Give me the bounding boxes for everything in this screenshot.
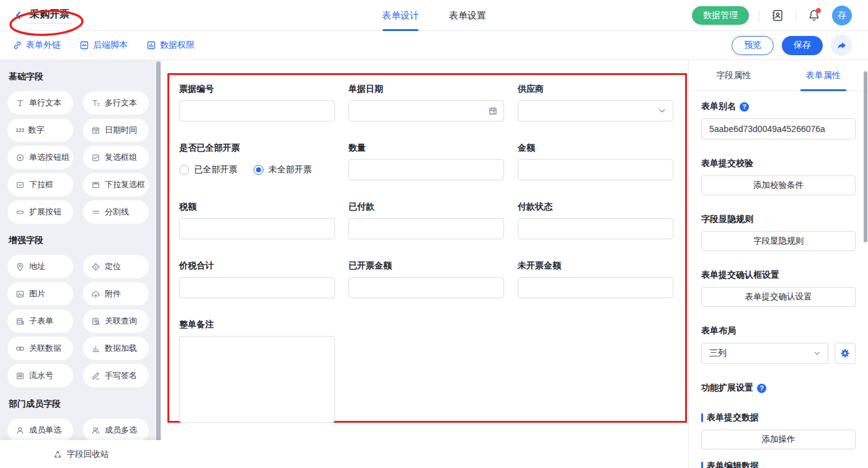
save-button[interactable]: 保存 bbox=[782, 36, 823, 55]
share-button[interactable] bbox=[831, 35, 852, 56]
header-tab-2[interactable]: 表单设置 bbox=[449, 0, 486, 31]
sidebar-item-复选框组[interactable]: 复选框组 bbox=[83, 146, 149, 169]
form-field-税额[interactable]: 税额 bbox=[179, 201, 335, 239]
sidebar-item-数据加载[interactable]: 数据加载 bbox=[83, 337, 149, 360]
text-input[interactable] bbox=[179, 218, 335, 239]
text-input[interactable] bbox=[348, 159, 504, 180]
text-input[interactable] bbox=[348, 277, 504, 298]
panel-button-添加校验条件[interactable]: 添加校验条件 bbox=[701, 175, 856, 195]
sidebar-item-地址[interactable]: 地址 bbox=[7, 255, 73, 278]
form-field-数量[interactable]: 数量 bbox=[348, 143, 504, 180]
form-field-票据编号[interactable]: 票据编号 bbox=[179, 84, 335, 121]
field-recycle-bin[interactable]: 字段回收站 bbox=[0, 440, 161, 468]
sidebar-item-label: 地址 bbox=[29, 261, 45, 272]
radio-circle[interactable] bbox=[254, 165, 264, 175]
panel-section-heading: 表单编辑数据 bbox=[701, 461, 856, 468]
data-manage-button[interactable]: 数据管理 bbox=[692, 6, 749, 25]
help-icon[interactable]: ? bbox=[757, 384, 766, 393]
sidebar-item-日期时间[interactable]: 日期时间 bbox=[83, 118, 149, 142]
sidebar-item-数字[interactable]: 123数字 bbox=[7, 118, 73, 142]
panel-tab-1[interactable]: 字段属性 bbox=[689, 60, 779, 91]
sidebar-item-成员多选[interactable]: 成员多选 bbox=[83, 418, 149, 442]
contact-book-icon[interactable] bbox=[769, 7, 786, 24]
layout-select[interactable]: 三列 bbox=[701, 343, 828, 364]
sidebar-items-grid: 单行文本多行文本123数字日期时间单选按钮组复选框组下拉框下拉复选框扩展按钮分割… bbox=[7, 91, 153, 224]
form-field-价税合计[interactable]: 价税合计 bbox=[179, 260, 335, 298]
panel-scrollbar[interactable] bbox=[864, 71, 867, 242]
form-alias-input[interactable] bbox=[701, 118, 856, 139]
sidebar-item-label: 数字 bbox=[29, 125, 45, 136]
form-field-整单备注[interactable]: 整单备注 bbox=[179, 319, 335, 425]
sidebar-scrollbar[interactable] bbox=[156, 61, 161, 468]
panel-button-字段显隐规则[interactable]: 字段显隐规则 bbox=[701, 231, 856, 251]
header-tab-1[interactable]: 表单设计 bbox=[382, 0, 419, 31]
form-design-canvas[interactable]: 票据编号单据日期供应商是否已全部开票已全部开票未全部开票数量金额税额已付款付款状… bbox=[161, 60, 688, 468]
signature-icon bbox=[91, 371, 100, 381]
panel-button-添加操作[interactable]: 添加操作 bbox=[701, 430, 856, 449]
sidebar-item-label: 图片 bbox=[29, 288, 45, 299]
sidebar-item-label: 附件 bbox=[105, 288, 121, 299]
form-field-已开票金额[interactable]: 已开票金额 bbox=[348, 260, 504, 298]
sidebar-item-关联查询[interactable]: 关联查询 bbox=[83, 309, 149, 333]
panel-button-表单提交确认设置[interactable]: 表单提交确认设置 bbox=[701, 287, 856, 307]
panel-section-表单编辑数据: 表单编辑数据添加操作 bbox=[701, 461, 856, 468]
sidebar-item-下拉框[interactable]: 下拉框 bbox=[7, 173, 73, 196]
sidebar-item-成员单选[interactable]: 成员单选 bbox=[7, 418, 73, 442]
preview-button[interactable]: 预览 bbox=[732, 36, 774, 55]
avatar[interactable]: 存 bbox=[832, 6, 852, 25]
text-input[interactable] bbox=[179, 277, 335, 298]
divider bbox=[795, 9, 796, 22]
field-label: 数量 bbox=[348, 143, 504, 154]
form-field-已付款[interactable]: 已付款 bbox=[348, 201, 504, 239]
chevron-down-icon bbox=[813, 349, 822, 358]
sidebar-item-附件[interactable]: 附件 bbox=[83, 282, 149, 306]
red-rect-annotation: 票据编号单据日期供应商是否已全部开票已全部开票未全部开票数量金额税额已付款付款状… bbox=[167, 73, 687, 423]
sidebar-item-扩展按钮[interactable]: 扩展按钮 bbox=[7, 200, 73, 224]
form-field-金额[interactable]: 金额 bbox=[518, 143, 673, 180]
text-input[interactable] bbox=[348, 218, 504, 239]
select-input[interactable] bbox=[518, 100, 673, 121]
toolbar-link-2[interactable]: 后端脚本 bbox=[79, 40, 128, 51]
field-label: 供应商 bbox=[518, 84, 673, 95]
sidebar-item-流水号[interactable]: 流水号 bbox=[7, 364, 73, 387]
layout-gear-button[interactable] bbox=[835, 343, 856, 364]
form-field-是否已全部开票[interactable]: 是否已全部开票已全部开票未全部开票 bbox=[179, 143, 335, 180]
sidebar-item-单选按钮组[interactable]: 单选按钮组 bbox=[7, 146, 73, 169]
help-icon[interactable]: ? bbox=[740, 102, 749, 112]
sidebar-item-子表单[interactable]: 子表单 bbox=[7, 309, 73, 333]
chevron-down-icon bbox=[657, 106, 667, 116]
sidebar-item-关联数据[interactable]: 关联数据 bbox=[7, 337, 73, 360]
radio-option-已全部开票[interactable]: 已全部开票 bbox=[179, 164, 237, 175]
back-icon[interactable] bbox=[14, 11, 24, 20]
sidebar-item-多行文本[interactable]: 多行文本 bbox=[83, 91, 149, 115]
text-input[interactable] bbox=[179, 100, 335, 121]
textarea-input[interactable] bbox=[179, 336, 335, 423]
text-input[interactable] bbox=[518, 218, 673, 239]
toolbar-link-1[interactable]: 表单外链 bbox=[12, 40, 61, 51]
radio-circle[interactable] bbox=[179, 165, 189, 175]
panel-section-heading: 字段显隐规则 bbox=[701, 214, 856, 225]
number-icon: 123 bbox=[16, 127, 24, 133]
notification-bell-icon[interactable] bbox=[806, 7, 822, 24]
radio-option-未全部开票[interactable]: 未全部开票 bbox=[254, 164, 312, 175]
form-field-付款状态[interactable]: 付款状态 bbox=[518, 201, 673, 239]
panel-tab-2[interactable]: 表单属性 bbox=[779, 60, 868, 91]
calendar-suffix-icon bbox=[488, 106, 498, 116]
date-input[interactable] bbox=[348, 100, 504, 121]
sidebar-item-定位[interactable]: 定位 bbox=[83, 255, 149, 278]
form-field-单据日期[interactable]: 单据日期 bbox=[348, 84, 504, 121]
toolbar-link-3[interactable]: 数据权限 bbox=[146, 40, 195, 51]
field-label: 税额 bbox=[179, 201, 335, 213]
sidebar-item-图片[interactable]: 图片 bbox=[7, 282, 73, 306]
text-input[interactable] bbox=[518, 277, 673, 298]
sidebar-item-手写签名[interactable]: 手写签名 bbox=[83, 364, 149, 387]
text-input[interactable] bbox=[518, 159, 673, 180]
sidebar-section-title: 基础字段 bbox=[9, 71, 153, 82]
page-title[interactable]: 采购开票 bbox=[27, 7, 72, 24]
form-field-未开票金额[interactable]: 未开票金额 bbox=[518, 260, 673, 298]
sidebar-item-单行文本[interactable]: 单行文本 bbox=[7, 91, 73, 115]
form-field-供应商[interactable]: 供应商 bbox=[518, 84, 673, 121]
header-left: 采购开票 bbox=[0, 7, 72, 24]
sidebar-item-下拉复选框[interactable]: 下拉复选框 bbox=[83, 173, 149, 196]
sidebar-item-分割线[interactable]: 分割线 bbox=[83, 200, 149, 224]
